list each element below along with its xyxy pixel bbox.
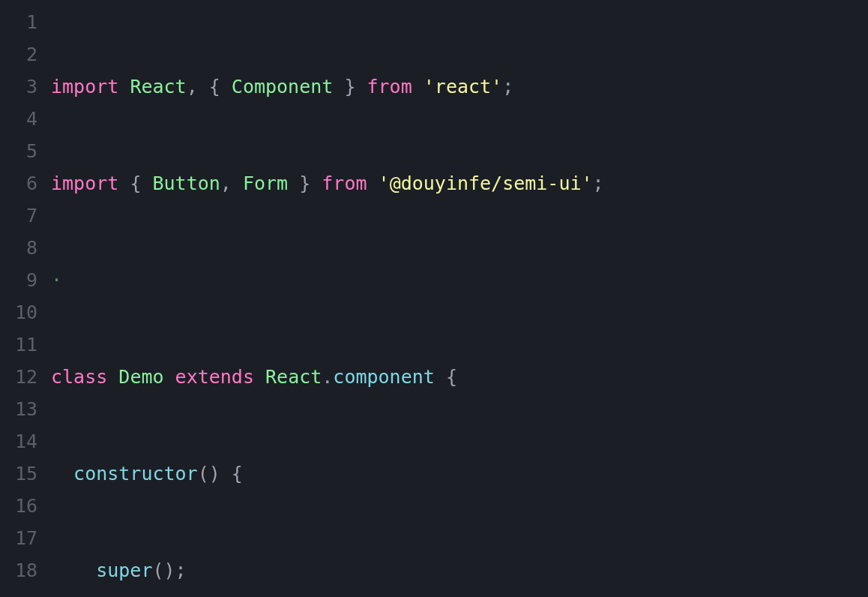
line-number: 13: [0, 393, 51, 425]
line-number: 17: [0, 522, 51, 554]
line-number: 5: [0, 135, 51, 167]
line-number: 12: [0, 361, 51, 393]
line-number: 16: [0, 490, 51, 522]
code-line[interactable]: constructor() {: [51, 458, 868, 490]
line-number: 18: [0, 554, 51, 586]
line-number: 1: [0, 6, 51, 38]
line-number: 6: [0, 167, 51, 200]
line-number: 8: [0, 232, 51, 264]
line-number: 15: [0, 458, 51, 490]
code-line[interactable]: class Demo extends React.component {: [51, 361, 868, 393]
line-number: 9: [0, 264, 51, 296]
line-number: 3: [0, 70, 51, 103]
code-line[interactable]: super();: [51, 554, 868, 586]
code-content[interactable]: import React, { Component } from 'react'…: [51, 6, 868, 597]
code-editor: 1 2 3 4 5 6 7 8 9 10 11 12 13 14 15 16 1…: [0, 6, 868, 597]
code-line[interactable]: import React, { Component } from 'react'…: [51, 70, 868, 103]
line-number: 2: [0, 38, 51, 70]
line-number: 4: [0, 103, 51, 135]
line-number: 7: [0, 200, 51, 232]
line-number: 10: [0, 296, 51, 328]
whitespace-dot-icon: [51, 269, 62, 291]
line-number: 14: [0, 425, 51, 458]
code-line[interactable]: [51, 264, 868, 296]
line-number: 11: [0, 328, 51, 361]
line-number-gutter: 1 2 3 4 5 6 7 8 9 10 11 12 13 14 15 16 1…: [0, 6, 51, 597]
code-line[interactable]: import { Button, Form } from '@douyinfe/…: [51, 167, 868, 200]
